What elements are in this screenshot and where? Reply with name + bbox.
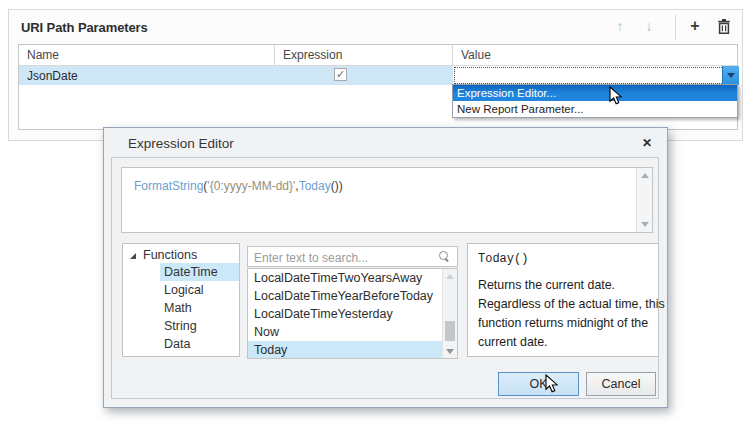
function-description-panel: Today() Returns the current date.Regardl… xyxy=(467,243,659,357)
function-signature: Today() xyxy=(478,252,652,266)
tree-root-label: Functions xyxy=(143,248,197,262)
search-icon xyxy=(439,251,450,262)
description-line: function returns midnight of the xyxy=(478,314,652,333)
column-header-value[interactable]: Value xyxy=(453,45,737,65)
mouse-cursor xyxy=(545,374,559,394)
table-header-row: Name Expression Value xyxy=(19,45,737,66)
expression-code-editor[interactable]: FormatString('{0:yyyy-MM-dd}',Today()) xyxy=(121,167,653,233)
cancel-button[interactable]: Cancel xyxy=(586,372,656,396)
value-dropdown-button[interactable] xyxy=(722,66,739,85)
list-scroll-up-icon[interactable] xyxy=(446,274,454,279)
tree-node-functions[interactable]: Functions xyxy=(123,244,239,263)
value-dropdown-menu: Expression Editor...New Report Parameter… xyxy=(452,84,738,118)
mouse-cursor xyxy=(609,86,623,106)
uri-path-parameters-panel: URI Path Parameters ↑ ↓ + Name Expressio… xyxy=(8,9,743,141)
scroll-up-icon[interactable] xyxy=(641,173,649,178)
list-scroll-down-icon[interactable] xyxy=(446,349,454,354)
functions-list: LocalDateTimeTwoYearsAwayLocalDateTimeYe… xyxy=(248,269,457,359)
move-down-icon[interactable]: ↓ xyxy=(640,17,658,35)
expression-token: FormatString xyxy=(134,179,203,193)
expression-checkbox[interactable]: ✓ xyxy=(334,68,347,81)
delete-parameter-icon[interactable] xyxy=(715,17,733,35)
dialog-title: Expression Editor xyxy=(128,136,234,151)
screen: { "panel": { "title": "URI Path Paramete… xyxy=(0,0,750,421)
value-input[interactable] xyxy=(453,66,739,85)
menu-item-expression-editor[interactable]: Expression Editor... xyxy=(453,85,737,101)
search-input[interactable] xyxy=(248,247,434,266)
ok-button[interactable]: OK xyxy=(498,372,579,396)
move-up-icon[interactable]: ↑ xyxy=(611,17,629,35)
tree-item-string[interactable]: String xyxy=(160,317,239,335)
expression-token: '{0:yyyy-MM-dd}' xyxy=(207,179,295,193)
column-header-expression[interactable]: Expression xyxy=(275,45,453,65)
trash-icon xyxy=(717,19,731,34)
tree-expander-icon[interactable] xyxy=(130,253,136,259)
column-header-name[interactable]: Name xyxy=(19,45,275,65)
tree-item-datetime[interactable]: DateTime xyxy=(160,263,239,281)
tree-item-math[interactable]: Math xyxy=(160,299,239,317)
value-editor xyxy=(453,66,739,85)
scrollbar-thumb[interactable] xyxy=(445,321,455,341)
function-item-localdatetimeyearbeforetoday[interactable]: LocalDateTimeYearBeforeToday xyxy=(248,287,442,305)
description-line: Regardless of the actual time, this xyxy=(478,295,652,314)
list-scrollbar[interactable] xyxy=(442,269,457,358)
functions-tree-children: DateTimeLogicalMathStringData xyxy=(123,263,239,353)
scroll-down-icon[interactable] xyxy=(641,222,649,227)
functions-list-box: LocalDateTimeTwoYearsAwayLocalDateTimeYe… xyxy=(247,268,458,359)
function-item-localdatetimeyesterday[interactable]: LocalDateTimeYesterday xyxy=(248,305,442,323)
add-parameter-icon[interactable]: + xyxy=(686,17,704,35)
function-item-today[interactable]: Today xyxy=(248,341,442,359)
code-scrollbar[interactable] xyxy=(636,168,652,232)
dialog-content: FormatString('{0:yyyy-MM-dd}',Today()) F… xyxy=(111,157,659,399)
description-body: Returns the current date.Regardless of t… xyxy=(478,276,652,352)
tree-item-logical[interactable]: Logical xyxy=(160,281,239,299)
expression-editor-dialog: Expression Editor ✕ FormatString('{0:yyy… xyxy=(103,127,668,408)
description-line: current date. xyxy=(478,333,652,352)
tree-item-data[interactable]: Data xyxy=(160,335,239,353)
expression-text: FormatString('{0:yyyy-MM-dd}',Today()) xyxy=(134,179,343,193)
description-line: Returns the current date. xyxy=(478,276,652,295)
toolbar-separator xyxy=(675,15,676,40)
expression-token: ()) xyxy=(331,179,343,193)
expression-token: Today xyxy=(299,179,331,193)
function-item-now[interactable]: Now xyxy=(248,323,442,341)
menu-item-new-report-parameter[interactable]: New Report Parameter... xyxy=(453,101,737,117)
panel-title: URI Path Parameters xyxy=(21,20,148,35)
close-icon[interactable]: ✕ xyxy=(638,134,656,152)
parameter-name-cell: JsonDate xyxy=(27,69,78,83)
functions-tree: Functions DateTimeLogicalMathStringData xyxy=(122,243,240,357)
function-item-localdatetimetwoyearsaway[interactable]: LocalDateTimeTwoYearsAway xyxy=(248,269,442,287)
function-search-box xyxy=(247,246,458,267)
